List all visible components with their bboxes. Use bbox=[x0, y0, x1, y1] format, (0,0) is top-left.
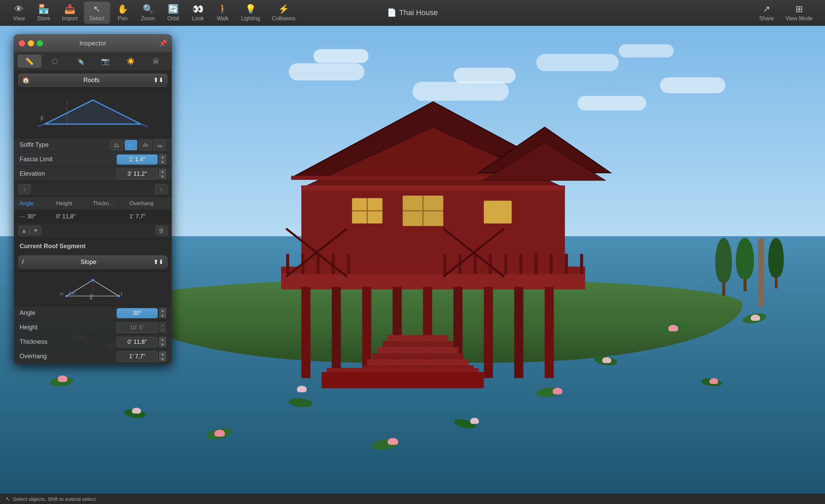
svg-marker-60 bbox=[45, 100, 141, 124]
delete-button[interactable]: 🗑 bbox=[156, 226, 167, 235]
soffit-btn-square[interactable] bbox=[139, 140, 152, 150]
tool-share[interactable]: ↗ Share bbox=[754, 2, 779, 24]
elevation-input[interactable]: 3' 11,2" bbox=[117, 169, 158, 179]
tool-orbit[interactable]: 🔄 Orbit bbox=[161, 2, 185, 24]
height-row: Height 10' 5" ▲ ▼ bbox=[14, 320, 172, 335]
thickness-input[interactable]: 0' 11,8" bbox=[117, 337, 158, 347]
toolbar-right: ↗ Share ⊞ View Mode bbox=[754, 2, 818, 24]
nav-prev[interactable]: ‹ bbox=[18, 184, 31, 194]
edit-icon: ✏️ bbox=[25, 57, 34, 65]
soffit-btn-flat[interactable] bbox=[110, 140, 123, 150]
thickness-label: Thickness bbox=[20, 338, 117, 346]
fascia-limit-down[interactable]: ▼ bbox=[159, 160, 166, 164]
roofs-dropdown[interactable]: 🏠 Roofs ⬆⬇ bbox=[18, 74, 167, 87]
svg-text:T: T bbox=[120, 292, 123, 296]
fascia-limit-input[interactable]: 1' 1,4" bbox=[117, 154, 158, 165]
dropdown-chevron-icon: ⬆⬇ bbox=[153, 76, 164, 84]
tool-lighting[interactable]: 💡 Lighting bbox=[235, 2, 266, 24]
slope-diagram: H T A O 30° bbox=[14, 272, 172, 306]
overhang-down[interactable]: ▼ bbox=[159, 357, 166, 361]
tool-view[interactable]: 👁 View bbox=[7, 2, 31, 24]
angle-input[interactable]: 30° bbox=[117, 308, 158, 318]
elevation-label: Elevation bbox=[20, 170, 117, 177]
zoom-icon: 🔍 bbox=[143, 4, 154, 14]
tool-walk[interactable]: 🚶 Walk bbox=[211, 2, 235, 24]
soffit-btn-angled[interactable] bbox=[125, 140, 137, 150]
maximize-button[interactable] bbox=[37, 40, 43, 46]
lotus-pink bbox=[668, 325, 678, 331]
tool-import[interactable]: 📥 Import bbox=[56, 2, 83, 24]
move-down-button[interactable]: ▼ bbox=[30, 226, 42, 235]
th-height[interactable]: Height bbox=[56, 200, 93, 207]
elevation-down[interactable]: ▼ bbox=[159, 174, 166, 179]
lotus-white bbox=[132, 408, 141, 414]
tool-collisions[interactable]: ⚡ Collisions bbox=[266, 2, 301, 24]
select-icon: ↖ bbox=[93, 4, 101, 14]
store-icon: 🏪 bbox=[38, 4, 49, 14]
cloud bbox=[536, 54, 619, 71]
nav-row: ‹ › bbox=[14, 181, 172, 197]
orbit-label: Orbit bbox=[167, 15, 179, 22]
overhang-input[interactable]: 1' 7,7" bbox=[117, 351, 158, 362]
height-input[interactable]: 10' 5" bbox=[117, 322, 158, 333]
titlebar: 👁 View 🏪 Store 📥 Import ↖ Select ✋ Pan 🔍… bbox=[0, 0, 825, 26]
minimize-button[interactable] bbox=[28, 40, 34, 46]
svg-line-66 bbox=[131, 143, 133, 146]
svg-rect-10 bbox=[484, 201, 512, 223]
soffit-btn-rounded[interactable] bbox=[154, 140, 166, 150]
fascia-limit-up[interactable]: ▲ bbox=[159, 154, 166, 159]
lotus-pink bbox=[214, 430, 225, 437]
tab-building[interactable]: 🏛 bbox=[144, 55, 168, 68]
tool-pan[interactable]: ✋ Pan bbox=[111, 2, 135, 24]
look-label: Look bbox=[192, 15, 204, 22]
height-down[interactable]: ▼ bbox=[159, 328, 166, 332]
slope-dropdown[interactable]: / Slope ⬆⬇ bbox=[18, 255, 167, 269]
lotus-pink bbox=[58, 375, 67, 382]
close-button[interactable] bbox=[19, 40, 25, 46]
inspector-panel: Inspector 📌 ✏️ ⬡ ✒️ 📷 ☀️ 🏛 🏠 Roofs ⬆⬇ bbox=[14, 34, 172, 364]
tab-object[interactable]: ⬡ bbox=[43, 55, 67, 68]
tool-zoom[interactable]: 🔍 Zoom bbox=[135, 2, 161, 24]
roof-shape-diagram: F bbox=[38, 95, 148, 133]
look-icon: 👀 bbox=[192, 4, 204, 14]
thickness-up[interactable]: ▲ bbox=[159, 337, 166, 342]
roofs-dropdown-icon: 🏠 bbox=[22, 76, 30, 84]
tab-edit[interactable]: ✏️ bbox=[18, 55, 42, 68]
angle-up[interactable]: ▲ bbox=[159, 308, 166, 313]
height-up[interactable]: ▲ bbox=[159, 322, 166, 327]
roofs-dropdown-row: 🏠 Roofs ⬆⬇ bbox=[14, 71, 172, 90]
tool-viewmode[interactable]: ⊞ View Mode bbox=[780, 2, 818, 24]
tool-store[interactable]: 🏪 Store bbox=[32, 2, 56, 24]
tool-look[interactable]: 👀 Look bbox=[186, 2, 210, 24]
th-angle[interactable]: Angle bbox=[20, 200, 56, 207]
th-overhang[interactable]: Overhang bbox=[130, 200, 166, 207]
svg-line-65 bbox=[129, 143, 131, 146]
tab-pen[interactable]: ✒️ bbox=[68, 55, 92, 68]
svg-line-55 bbox=[141, 124, 148, 127]
table-row[interactable]: — 30° 0' 11,8" 1' 7,7" bbox=[14, 210, 172, 223]
tab-camera[interactable]: 📷 bbox=[94, 55, 118, 68]
tab-sun[interactable]: ☀️ bbox=[119, 55, 143, 68]
overhang-up[interactable]: ▲ bbox=[159, 351, 166, 356]
svg-line-62 bbox=[114, 143, 117, 147]
inspector-title: Inspector bbox=[79, 40, 106, 47]
import-label: Import bbox=[62, 15, 77, 22]
walk-icon: 🚶 bbox=[217, 4, 228, 14]
status-select-icon: ↖ bbox=[6, 496, 10, 502]
import-icon: 📥 bbox=[64, 4, 75, 14]
nav-next[interactable]: › bbox=[155, 184, 167, 194]
td-angle: — 30° bbox=[20, 213, 56, 220]
svg-line-70 bbox=[143, 143, 145, 146]
th-thickness[interactable]: Thickn... bbox=[93, 200, 130, 207]
select-label: Select bbox=[89, 15, 104, 22]
thickness-down[interactable]: ▼ bbox=[159, 342, 166, 347]
lotus-white bbox=[751, 315, 760, 321]
elevation-up[interactable]: ▲ bbox=[159, 169, 166, 174]
pin-icon[interactable]: 📌 bbox=[159, 40, 167, 47]
move-up-button[interactable]: ▲ bbox=[18, 226, 30, 235]
angle-down[interactable]: ▼ bbox=[159, 313, 166, 318]
lotus-white bbox=[470, 418, 479, 424]
fascia-limit-value: 1' 1,4" ▲ ▼ bbox=[117, 154, 166, 165]
tool-select[interactable]: ↖ Select bbox=[84, 2, 110, 24]
soffit-buttons bbox=[110, 140, 166, 150]
